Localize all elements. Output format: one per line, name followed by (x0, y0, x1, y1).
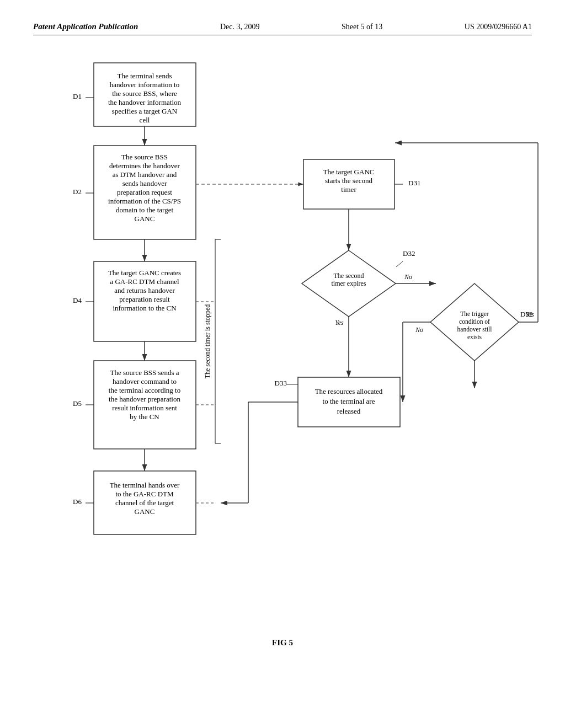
svg-text:D2: D2 (73, 188, 82, 196)
svg-text:condition of: condition of (459, 318, 490, 325)
svg-text:Yes: Yes (335, 319, 344, 326)
svg-text:result information sent: result information sent (112, 404, 177, 412)
svg-text:channel of the target: channel of the target (115, 499, 174, 507)
svg-text:preparation request: preparation request (117, 188, 172, 196)
sheet-info: Sheet 5 of 13 (342, 23, 382, 31)
svg-text:No: No (404, 273, 412, 281)
svg-text:D5: D5 (73, 399, 82, 408)
svg-text:timer: timer (341, 185, 356, 194)
svg-text:The terminal hands over: The terminal hands over (110, 481, 180, 489)
svg-text:to the GA-RC DTM: to the GA-RC DTM (115, 490, 174, 498)
svg-text:D31: D31 (408, 179, 420, 187)
publication-title: Patent Application Publication (33, 22, 138, 31)
svg-text:The second timer is stopped: The second timer is stopped (204, 304, 211, 379)
svg-text:D1: D1 (73, 92, 82, 100)
svg-text:the source BSS, where: the source BSS, where (112, 89, 177, 98)
svg-text:to the terminal are: to the terminal are (323, 397, 375, 405)
svg-text:D6: D6 (73, 497, 82, 506)
svg-text:a GA-RC DTM channel: a GA-RC DTM channel (110, 277, 179, 286)
patent-number: US 2009/0296660 A1 (465, 23, 532, 31)
svg-text:Yes: Yes (525, 311, 534, 318)
svg-text:by the CN: by the CN (130, 413, 159, 421)
svg-text:the handover information: the handover information (108, 98, 182, 106)
patent-page: Patent Application Publication Dec. 3, 2… (0, 0, 565, 728)
svg-text:The target GANC creates: The target GANC creates (108, 269, 181, 277)
svg-text:cell: cell (140, 116, 150, 124)
svg-text:determines the handover: determines the handover (109, 162, 180, 170)
svg-text:The terminal sends: The terminal sends (118, 72, 172, 80)
svg-text:the terminal according to: the terminal according to (109, 386, 180, 394)
svg-text:starts the second: starts the second (325, 176, 372, 185)
svg-text:The source BSS sends a: The source BSS sends a (110, 368, 179, 377)
svg-text:The resources allocated: The resources allocated (315, 387, 383, 395)
page-header: Patent Application Publication Dec. 3, 2… (33, 22, 532, 35)
figure-caption: FIG 5 (272, 638, 293, 647)
svg-text:GANC: GANC (135, 507, 155, 516)
svg-text:exists: exists (467, 334, 482, 340)
svg-text:handover command to: handover command to (113, 377, 177, 386)
diagram-area: The terminal sends handover information … (33, 46, 532, 681)
svg-text:preparation result: preparation result (119, 295, 170, 303)
svg-text:The target GANC: The target GANC (323, 168, 375, 176)
svg-text:handover still: handover still (457, 326, 492, 333)
svg-text:timer expires: timer expires (332, 280, 366, 287)
svg-text:handover information to: handover information to (110, 81, 179, 89)
svg-text:No: No (415, 326, 423, 334)
svg-line-44 (396, 261, 403, 267)
svg-text:released: released (337, 407, 361, 415)
svg-text:domain to the target: domain to the target (116, 206, 173, 214)
svg-text:and returns handover: and returns handover (114, 286, 175, 295)
publication-date: Dec. 3, 2009 (220, 23, 260, 31)
svg-text:information to the CN: information to the CN (113, 304, 177, 312)
svg-text:The source BSS: The source BSS (121, 153, 168, 161)
svg-text:specifies a target GAN: specifies a target GAN (112, 107, 178, 115)
svg-text:D32: D32 (403, 249, 415, 258)
svg-text:sends handover: sends handover (122, 179, 167, 188)
svg-text:as DTM handover and: as DTM handover and (113, 170, 177, 179)
svg-text:the handover preparation: the handover preparation (109, 395, 180, 403)
svg-text:D4: D4 (73, 296, 82, 304)
svg-text:The trigger: The trigger (460, 311, 489, 318)
svg-text:GANC: GANC (135, 215, 155, 223)
svg-text:D33: D33 (275, 379, 287, 387)
svg-text:The second: The second (334, 272, 364, 280)
svg-text:information of the CS/PS: information of the CS/PS (108, 197, 181, 205)
